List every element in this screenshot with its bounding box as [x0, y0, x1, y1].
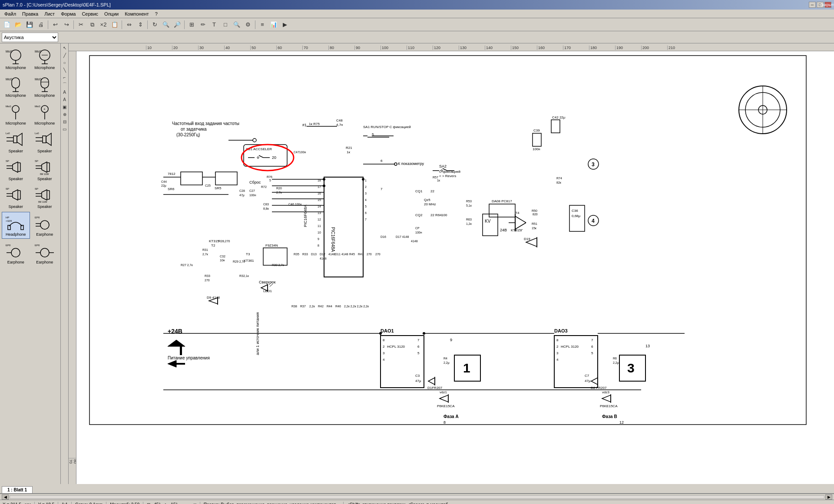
status-coords-y: Y = 18,5	[38, 502, 54, 504]
comp-mic-capsule1[interactable]: Mic0 Microphone	[2, 73, 30, 100]
scroll-left-button[interactable]: ◀	[2, 494, 9, 500]
scroll-track[interactable]	[10, 495, 824, 499]
scroll-right-button[interactable]: ▶	[825, 494, 832, 500]
status-box-icon[interactable]: □	[194, 502, 196, 504]
svg-text:1,2к: 1,2к	[466, 222, 472, 225]
ruler-horizontal: 10 20 30 40 50 60 70 80 90 100 110 120 1…	[69, 43, 834, 51]
component-button[interactable]: ⊞	[186, 20, 197, 30]
comp-speaker2[interactable]: Ls0 Speaker	[31, 128, 59, 155]
svg-text:2,2μ: 2,2μ	[613, 361, 619, 365]
refresh-button[interactable]: ↻	[149, 20, 160, 30]
category-select[interactable]: Акустика	[2, 33, 58, 42]
zoom-out-button[interactable]: 🔎	[172, 20, 182, 30]
more1-button[interactable]: ▶	[280, 20, 290, 30]
menu-service[interactable]: Сервис	[79, 10, 101, 17]
close-button[interactable]: Закрыть	[824, 2, 831, 8]
comp-speaker-sp2[interactable]: SP 8W 1/2W Speaker	[31, 156, 59, 183]
menu-form[interactable]: Форма	[58, 10, 78, 17]
bom-button[interactable]: 📊	[268, 20, 279, 30]
menu-help[interactable]: ?	[152, 10, 160, 17]
undo-button[interactable]: ↩	[50, 20, 60, 30]
copy2-button[interactable]: ×2	[98, 20, 109, 30]
svg-text:HCPL 3120: HCPL 3120	[387, 345, 405, 349]
tab-sheet1[interactable]: 1 : Blatt 1	[2, 486, 33, 493]
menu-component[interactable]: Компонент	[122, 10, 151, 17]
svg-text:7: 7	[365, 218, 367, 221]
svg-text:6: 6	[591, 345, 593, 349]
tool-image[interactable]: ▣	[61, 103, 68, 110]
redo-button[interactable]: ↪	[61, 20, 72, 30]
settings-button[interactable]: ⚙	[243, 20, 253, 30]
svg-text:22: 22	[430, 189, 434, 193]
svg-text:1: 1	[365, 179, 367, 182]
copy-button[interactable]: ⧉	[87, 20, 97, 30]
ruler-mark: 70	[302, 46, 328, 50]
svg-text:8: 8	[383, 338, 385, 342]
comp-speaker-sp3[interactable]: SP Speaker	[2, 184, 30, 211]
svg-text:R38: R38	[291, 305, 297, 308]
status-line-icon[interactable]: ───	[181, 502, 190, 504]
search-button[interactable]: 🔍	[232, 20, 242, 30]
comp-earphone3[interactable]: EP0 Earphone	[31, 240, 59, 267]
comp-mic-circle2[interactable]: Mic0 Microphone	[31, 45, 59, 72]
tool-line[interactable]: ╲	[61, 66, 68, 73]
svg-marker-31	[46, 133, 51, 145]
comp-mic-capsule2[interactable]: Mic0 Microphone	[31, 73, 59, 100]
tool-zoom[interactable]: ⊕	[61, 111, 68, 118]
horizontal-scrollbar[interactable]: ◀ ▶	[0, 494, 834, 500]
svg-text:Mic0: Mic0	[35, 50, 41, 53]
svg-text:R51: R51	[532, 222, 537, 225]
text-button[interactable]: T	[209, 20, 219, 30]
svg-rect-114	[215, 172, 237, 185]
cut-button[interactable]: ✂	[76, 20, 86, 30]
menu-options[interactable]: Опции	[102, 10, 121, 17]
minimize-button[interactable]: ─	[809, 2, 816, 8]
mirror-h-button[interactable]: ⇔	[124, 20, 134, 30]
comp-mic-small1[interactable]: Mic0 Microphone	[2, 101, 30, 128]
rect-button[interactable]: □	[220, 20, 231, 30]
comp-earphone2[interactable]: EP0 Earphone	[2, 240, 30, 267]
save-button[interactable]: 💾	[24, 20, 35, 30]
tool-arc[interactable]: ⌒	[61, 81, 68, 88]
print-button[interactable]: 🖨	[36, 20, 46, 30]
status-unit: мм	[25, 502, 31, 504]
tool-frame2[interactable]: ▭	[61, 125, 68, 132]
tool-polyline[interactable]: ⌐	[61, 74, 68, 81]
tool-text[interactable]: A	[61, 89, 68, 96]
comp-earphone1[interactable]: EP0 Earphone	[31, 212, 59, 239]
open-button[interactable]: 📂	[13, 20, 23, 30]
svg-text:Mic0: Mic0	[6, 50, 12, 53]
tool-wire[interactable]: ╱	[61, 52, 68, 59]
paste-button[interactable]: 📋	[109, 20, 120, 30]
svg-point-336	[423, 332, 425, 335]
tool-select[interactable]: ↖	[61, 44, 68, 51]
wire-button[interactable]: ✏	[198, 20, 208, 30]
comp-speaker-sp1[interactable]: SP Speaker	[2, 156, 30, 183]
tool-frame[interactable]: ⊟	[61, 118, 68, 125]
menu-file[interactable]: Файл	[2, 10, 19, 17]
svg-text:13: 13	[645, 344, 650, 348]
svg-text:R21: R21	[346, 146, 352, 150]
comp-mic-circle1[interactable]: Mic0 Microphone	[2, 45, 30, 72]
tool-text2[interactable]: A	[61, 96, 68, 103]
status-angle2-icon[interactable]: ◈	[164, 502, 167, 504]
zoom-in-button[interactable]: 🔍	[161, 20, 171, 30]
svg-text:R42: R42	[318, 305, 324, 308]
menu-edit[interactable]: Правка	[20, 10, 41, 17]
status-snap-icon[interactable]: ⊡	[147, 502, 150, 504]
svg-text:R63: R63	[466, 218, 472, 221]
menu-sheet[interactable]: Лист	[42, 10, 57, 17]
comp-speaker-sp4[interactable]: SP 8W 1/2W Speaker	[31, 184, 59, 211]
new-button[interactable]: 📄	[2, 20, 12, 30]
schematic-canvas[interactable]: Частотный вход задания частоты от задатч…	[76, 51, 834, 484]
comp-speaker1[interactable]: Ls0 Speaker	[2, 128, 30, 155]
svg-text:R28,270: R28,270	[218, 240, 230, 243]
svg-rect-109	[181, 172, 202, 185]
status-scale: 1:1	[62, 502, 68, 504]
svg-point-77	[40, 248, 49, 257]
comp-mic-small2[interactable]: + Mic0 Microphone	[31, 101, 59, 128]
comp-headphone[interactable]: HP >32R Headphone	[2, 212, 30, 239]
netlist-button[interactable]: ≡	[257, 20, 268, 30]
mirror-v-button[interactable]: ⇕	[135, 20, 146, 30]
tool-circle[interactable]: ○	[61, 59, 68, 66]
